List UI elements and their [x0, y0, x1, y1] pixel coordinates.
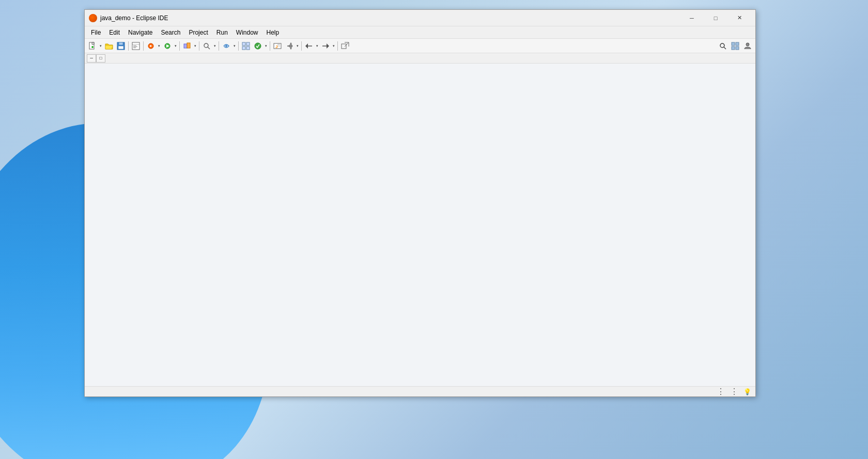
svg-rect-41 [736, 42, 739, 45]
window-title: java_demo - Eclipse IDE [100, 14, 680, 22]
run-dropdown[interactable]: ▾ [174, 40, 178, 52]
separator-8 [301, 41, 302, 51]
debug-dropdown[interactable]: ▾ [157, 40, 161, 52]
svg-rect-17 [184, 44, 187, 48]
separator-5 [219, 41, 219, 51]
svg-rect-7 [118, 46, 123, 49]
refactor-button[interactable] [221, 40, 232, 52]
build-dropdown[interactable]: ▾ [193, 40, 197, 52]
menu-help[interactable]: Help [262, 27, 284, 38]
menu-project[interactable]: Project [184, 27, 212, 38]
separator-1 [128, 41, 129, 51]
open-file-button[interactable] [103, 40, 115, 52]
svg-text:J: J [275, 44, 277, 49]
separator-4 [199, 41, 199, 51]
perspective-button[interactable] [730, 40, 741, 52]
separator-6 [238, 41, 239, 51]
svg-rect-24 [242, 47, 245, 50]
close-button[interactable]: ✕ [727, 10, 751, 26]
maximize-view-button[interactable]: □ [96, 54, 105, 63]
external-button[interactable] [339, 40, 351, 52]
svg-line-39 [724, 47, 726, 49]
app-icon [89, 14, 97, 22]
status-warning-icon: 💡 [743, 388, 751, 395]
run-button[interactable] [162, 40, 173, 52]
maximize-button[interactable]: □ [704, 10, 727, 26]
svg-rect-12 [133, 48, 136, 48]
nav-back-button[interactable] [303, 40, 315, 52]
debug-button[interactable] [145, 40, 157, 52]
eclipse-window: java_demo - Eclipse IDE ─ □ ✕ File Edit … [84, 9, 756, 397]
menu-bar: File Edit Navigate Search Project Run Wi… [85, 26, 755, 39]
search-button[interactable] [201, 40, 212, 52]
svg-rect-43 [736, 47, 739, 50]
status-dots-right: ⋮ [730, 387, 739, 396]
svg-rect-22 [242, 42, 245, 45]
refactor-dropdown[interactable]: ▾ [233, 40, 237, 52]
editor-view-button[interactable] [130, 40, 142, 52]
global-search-button[interactable] [717, 40, 729, 52]
open-type-button[interactable]: J [272, 40, 283, 52]
svg-rect-18 [187, 43, 190, 48]
nav-forward-dropdown[interactable]: ▾ [332, 40, 336, 52]
minimize-button[interactable]: ─ [680, 10, 704, 26]
menu-edit[interactable]: Edit [105, 27, 124, 38]
minimize-view-button[interactable]: ─ [87, 54, 96, 63]
menu-search[interactable]: Search [157, 27, 184, 38]
svg-marker-34 [327, 43, 329, 49]
svg-rect-42 [732, 47, 735, 50]
svg-rect-23 [246, 42, 250, 45]
toolbar-right [717, 40, 753, 52]
svg-rect-11 [133, 47, 137, 47]
status-dots-left: ⋮ [717, 387, 726, 396]
settings-button[interactable] [284, 40, 295, 52]
svg-point-26 [255, 43, 261, 49]
menu-file[interactable]: File [87, 27, 105, 38]
window-controls: ─ □ ✕ [680, 10, 751, 26]
separator-7 [270, 41, 270, 51]
task-dropdown[interactable]: ▾ [264, 40, 268, 52]
build-button[interactable] [181, 40, 193, 52]
task-list-button[interactable] [252, 40, 264, 52]
user-button[interactable] [742, 40, 753, 52]
svg-line-37 [345, 42, 349, 47]
settings-dropdown[interactable]: ▾ [296, 40, 300, 52]
separator-9 [337, 41, 338, 51]
svg-rect-10 [133, 45, 136, 46]
separator-2 [143, 41, 144, 51]
svg-rect-36 [342, 44, 346, 49]
svg-point-44 [746, 43, 749, 46]
new-file-button[interactable] [87, 40, 98, 52]
nav-back-dropdown[interactable]: ▾ [315, 40, 319, 52]
status-bar: ⋮ ⋮ 💡 [85, 386, 755, 396]
svg-line-20 [208, 47, 210, 49]
svg-point-19 [204, 43, 208, 48]
nav-forward-button[interactable] [320, 40, 331, 52]
svg-rect-6 [119, 42, 123, 45]
secondary-toolbar: ─ □ [85, 53, 755, 64]
svg-rect-25 [246, 47, 250, 50]
title-bar: java_demo - Eclipse IDE ─ □ ✕ [85, 10, 755, 26]
main-toolbar: ▾ [85, 39, 755, 53]
svg-point-21 [225, 45, 227, 47]
menu-navigate[interactable]: Navigate [124, 27, 157, 38]
svg-marker-32 [305, 43, 308, 49]
svg-rect-40 [732, 42, 735, 45]
menu-run[interactable]: Run [212, 27, 232, 38]
svg-marker-2 [92, 42, 94, 44]
separator-3 [179, 41, 180, 51]
svg-point-38 [720, 43, 724, 48]
menu-window[interactable]: Window [232, 27, 262, 38]
save-button[interactable] [115, 40, 127, 52]
main-content-area [85, 64, 755, 386]
search-dropdown[interactable]: ▾ [213, 40, 217, 52]
new-file-dropdown[interactable]: ▾ [99, 40, 103, 52]
grid-view-button[interactable] [240, 40, 252, 52]
